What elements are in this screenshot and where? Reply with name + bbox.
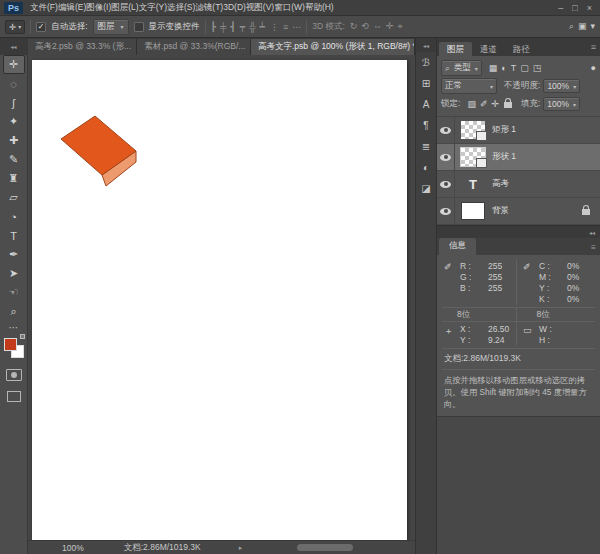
fill-dropdown[interactable]: 100% ▾ (543, 97, 580, 111)
document-tab[interactable]: 高考文字.psb @ 100% (形状 1, RGB/8#) * × (251, 39, 415, 55)
形状 1[interactable]: 形状 1 (437, 144, 600, 171)
character-panel-icon[interactable]: A (416, 94, 436, 115)
layer-filter-icon[interactable]: ▢ (520, 63, 529, 73)
show-transform-checkbox[interactable] (134, 22, 144, 32)
close-button[interactable]: × (587, 3, 592, 13)
paragraph-panel-icon[interactable]: ¶ (416, 115, 436, 136)
filter-type-dropdown[interactable]: ⌕ 类型 ▾ (441, 60, 482, 76)
zoom-tool[interactable]: ⌕ (3, 302, 25, 321)
layer-visibility-toggle[interactable] (437, 171, 455, 197)
workspace-icon[interactable]: ⌕ (569, 21, 574, 32)
layer-thumbnail[interactable] (461, 148, 485, 166)
auto-select-dropdown[interactable]: 图层 ▾ (93, 19, 129, 35)
align-icon[interactable]: ╬ (249, 22, 255, 32)
panel-menu-icon[interactable]: ≡ (591, 242, 596, 252)
lock-all-icon[interactable] (504, 102, 512, 108)
document-tab[interactable]: 高考2.psb @ 33.3% (形... × (28, 39, 137, 55)
lock-option-icon[interactable]: ✛ (491, 99, 499, 109)
menu-item[interactable]: 编辑(E) (58, 2, 86, 12)
orange-shape[interactable] (57, 112, 139, 188)
menu-item[interactable]: 窗口(W) (274, 2, 305, 12)
move-tool[interactable]: ✛ (3, 55, 25, 74)
panel-menu-icon[interactable]: ≡ (591, 42, 596, 52)
layer-visibility-toggle[interactable] (437, 198, 455, 224)
default-colors-icon[interactable] (20, 334, 25, 339)
magic-wand-tool[interactable]: ✦ (3, 112, 25, 131)
menu-item[interactable]: 帮助(H) (305, 2, 334, 12)
path-select-tool[interactable]: ➤ (3, 264, 25, 283)
layer-filter-icon[interactable]: ◐ (501, 63, 506, 73)
opacity-dropdown[interactable]: 100% ▾ (543, 79, 580, 93)
clone-stamp-tool[interactable]: ♜ (3, 169, 25, 188)
align-icon[interactable]: ┯ (240, 22, 245, 32)
panel-tab[interactable]: 通道 (472, 42, 505, 57)
canvas-page[interactable] (32, 60, 407, 540)
layer-filter-icon[interactable]: ◳ (533, 63, 542, 73)
menu-item[interactable]: 图像(I) (86, 2, 111, 12)
高考[interactable]: T 高考 (437, 171, 600, 198)
align-icon[interactable]: ┣ (211, 22, 216, 32)
align-icon[interactable]: ┷ (260, 22, 265, 32)
workspace-icon[interactable]: ▾ (590, 21, 595, 32)
distribute-icon[interactable]: ⋮ (270, 22, 279, 32)
document-tab[interactable]: 素材.psd @ 33.3%(RGB/... × (137, 39, 251, 55)
brush-tool[interactable]: ✎ (3, 150, 25, 169)
layer-thumbnail[interactable] (461, 202, 485, 220)
menu-item[interactable]: 文字(Y) (139, 2, 167, 12)
distribute-icon[interactable]: ≡ (283, 22, 288, 32)
toolbar-collapse-icon[interactable]: ◂◂ (0, 38, 27, 55)
menu-item[interactable]: 3D(D) (223, 2, 246, 12)
3d-mode-icon[interactable]: ⌖ (398, 21, 403, 32)
panel-tab[interactable]: 路径 (505, 42, 538, 57)
layer-thumbnail[interactable] (461, 121, 485, 139)
3d-mode-icon[interactable]: ↻ (350, 21, 358, 32)
minimize-button[interactable]: – (558, 3, 563, 13)
eyedropper-icon[interactable]: ✐ (444, 261, 457, 305)
current-tool-preset[interactable]: ✛ ▾ (5, 20, 25, 34)
marquee-tool[interactable]: ◌ (3, 74, 25, 93)
hscrollbar-thumb[interactable] (297, 544, 353, 551)
menu-item[interactable]: 视图(V) (246, 2, 274, 12)
zoom-level[interactable]: 100% (62, 543, 84, 553)
auto-select-checkbox[interactable]: ✓ (36, 22, 46, 32)
spot-heal-tool[interactable]: ✚ (3, 131, 25, 150)
layer-filter-icon[interactable]: T (511, 63, 517, 73)
bit-depth-left[interactable]: 8位 (442, 308, 516, 321)
dodge-tool[interactable]: ◔ (3, 207, 25, 226)
menu-item[interactable]: 文件(F) (30, 2, 58, 12)
pen-tool[interactable]: ✒ (3, 245, 25, 264)
menu-item[interactable]: 滤镜(T) (195, 2, 223, 12)
eraser-tool[interactable]: ▱ (3, 188, 25, 207)
panel-tab[interactable]: 图层 (439, 42, 472, 57)
maximize-button[interactable]: □ (572, 3, 577, 13)
bit-depth-right[interactable]: 8位 (516, 308, 596, 321)
adjustments-icon[interactable]: ◐ (416, 157, 436, 178)
layer-filter-icon[interactable]: ▦ (489, 63, 498, 73)
status-arrow-icon[interactable]: ▸ (239, 544, 243, 552)
lock-option-icon[interactable]: ✐ (480, 99, 488, 109)
brush-panel-icon[interactable]: ℬ (416, 52, 436, 73)
layer-visibility-toggle[interactable] (437, 117, 455, 143)
矩形 1[interactable]: 矩形 1 (437, 117, 600, 144)
tab-info[interactable]: 信息 (439, 238, 476, 255)
align-icon[interactable]: ┫ (230, 22, 235, 32)
layer-visibility-toggle[interactable] (437, 144, 455, 170)
背景[interactable]: 背景 (437, 198, 600, 225)
3d-mode-icon[interactable]: ✛ (386, 21, 394, 32)
foreground-color-swatch[interactable] (4, 338, 17, 351)
lock-option-icon[interactable]: ▨ (467, 99, 476, 109)
distribute-icon[interactable]: ⋯ (292, 22, 301, 32)
filter-toggle-icon[interactable]: ● (591, 63, 596, 73)
menu-item[interactable]: 图层(L) (111, 2, 138, 12)
screen-mode-icon[interactable] (7, 391, 21, 402)
styles-icon[interactable]: ◪ (416, 178, 436, 199)
hand-tool[interactable]: ☜ (3, 283, 25, 302)
layer-comps-icon[interactable]: ≣ (416, 136, 436, 157)
eyedropper-plus-icon[interactable]: ✐ (523, 261, 536, 305)
dock-collapse-icon[interactable]: ◂◂ (416, 38, 436, 52)
text-layer-thumbnail[interactable]: T (461, 175, 485, 193)
blend-mode-dropdown[interactable]: 正常 ▾ (441, 78, 497, 94)
edit-toolbar-icon[interactable]: ⋯ (3, 321, 25, 333)
workspace-icon[interactable]: ▣ (578, 21, 587, 32)
3d-mode-icon[interactable]: ⇔ (373, 21, 382, 32)
